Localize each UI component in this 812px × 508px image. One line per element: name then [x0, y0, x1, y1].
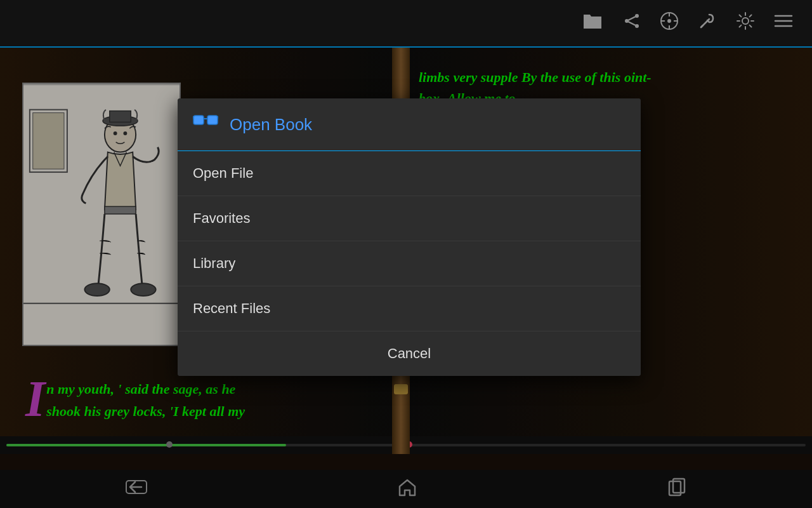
svg-rect-30 — [193, 116, 204, 124]
svg-line-34 — [218, 116, 218, 119]
app-container: limbs very supple By the use of this oin… — [0, 0, 812, 508]
favorites-item[interactable]: Favorites — [178, 196, 641, 241]
dialog-header: Open Book — [178, 98, 641, 151]
dialog-book-icon — [193, 111, 218, 138]
open-book-dialog: Open Book Open File Favorites Library Re… — [178, 98, 641, 376]
open-file-item[interactable]: Open File — [178, 151, 641, 196]
dialog-title: Open Book — [230, 115, 312, 135]
svg-line-33 — [193, 116, 193, 119]
recent-files-item[interactable]: Recent Files — [178, 286, 641, 331]
cancel-button[interactable]: Cancel — [178, 331, 641, 376]
library-item[interactable]: Library — [178, 241, 641, 286]
svg-rect-31 — [207, 116, 218, 124]
